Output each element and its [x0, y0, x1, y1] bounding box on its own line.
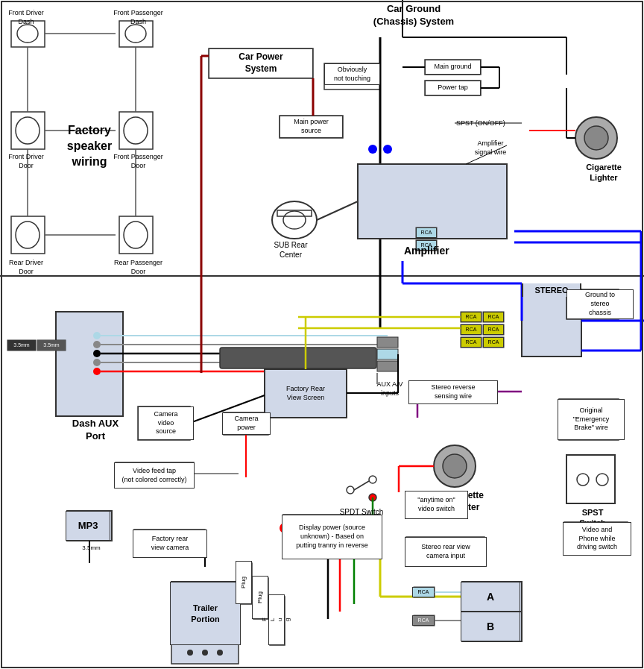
rca-stereo-2: RCA [461, 324, 482, 335]
video-phone-switch: Video andPhone whiledriving switch [563, 522, 631, 556]
stereo-reverse-sensing: Stereo reversesensing wire [408, 380, 498, 404]
front-driver-door: Front DriverDoor [4, 151, 48, 172]
anytime-on-video: "anytime on"video switch [405, 491, 468, 519]
rca-stereo-6: RCA [483, 337, 504, 348]
rca-stereo-1: RCA [461, 312, 482, 322]
svg-point-19 [383, 145, 392, 154]
svg-point-145 [187, 650, 193, 656]
3-5mm-left: 3.5mm [7, 340, 36, 351]
mp3-label: MP3 [66, 511, 110, 541]
section-b: B [461, 612, 520, 641]
svg-rect-83 [377, 349, 398, 359]
plug-c: FLug [268, 594, 285, 645]
front-driver-dash: Front DriverDash [4, 7, 48, 28]
plug-b: Plug [252, 576, 268, 619]
stereo-rear-view: Stereo rear viewcamera input [405, 537, 487, 567]
svg-point-147 [217, 650, 223, 656]
car-power-system: Car PowerSystem [209, 48, 313, 78]
factory-rear-view-camera: Factory rearview camera [133, 530, 207, 558]
rca-stereo-4: RCA [483, 312, 504, 322]
svg-point-146 [202, 650, 208, 656]
display-power: Display power (sourceunknown) - Based on… [282, 515, 382, 559]
rca-bottom-2: RCA [412, 615, 435, 626]
main-power-source: Main powersource [280, 116, 343, 138]
factory-rear-view-screen: Factory RearView Screen [265, 369, 347, 418]
car-ground-title: Car Ground(Chassis) System [365, 3, 462, 28]
front-passenger-dash: Front PassengerDash [110, 7, 166, 28]
3-5mm-right: 3.5mm [37, 340, 66, 351]
trailer-portion: TrailerPortion [170, 582, 241, 645]
3-5mm-mp3: 3.5mm [75, 543, 108, 553]
svg-rect-84 [377, 361, 398, 371]
svg-rect-81 [220, 348, 376, 368]
spst-on-off: SPST (ON/OFF) [453, 118, 508, 130]
diagram-container: Car Ground(Chassis) System Car PowerSyst… [0, 0, 644, 669]
main-ground: Main ground [425, 60, 481, 75]
rca-amp-1: RCA [416, 227, 437, 238]
section-a: A [461, 582, 520, 612]
svg-point-52 [584, 126, 608, 150]
power-tap: Power tap [425, 81, 481, 95]
svg-point-18 [368, 145, 377, 154]
front-passenger-door: Front PassengerDoor [110, 151, 166, 172]
dash-aux-port: Dash AUXPort [62, 416, 129, 445]
amplifier-label: Amplifier [401, 242, 452, 259]
svg-point-71 [93, 332, 101, 339]
cigarette-lighter-top: CigaretteLighter [574, 160, 634, 185]
amplifier-signal-wire: Amplifiersignal wire [453, 138, 528, 158]
svg-point-75 [93, 368, 101, 375]
rear-passenger-door: Rear PassengerDoor [110, 257, 166, 277]
svg-point-73 [93, 350, 101, 357]
svg-rect-68 [56, 312, 123, 416]
obviously-not-touching: Obviouslynot touching [324, 63, 380, 85]
original-emergency-brake: Original"EmergencyBrake" wire [558, 399, 625, 440]
plug-a: Plug [236, 561, 252, 604]
svg-point-72 [93, 341, 101, 348]
rear-driver-door: Rear DriverDoor [4, 257, 48, 277]
svg-point-94 [443, 454, 467, 478]
rca-stereo-3: RCA [461, 337, 482, 348]
video-feed-tap: Video feed tap(not colored correctly) [114, 462, 195, 489]
camera-power: Camerapower [222, 412, 271, 435]
rca-stereo-5: RCA [483, 324, 504, 335]
rca-bottom-1: RCA [412, 587, 435, 597]
camera-video-source: Cameravideosource [138, 406, 194, 440]
svg-rect-82 [377, 337, 398, 348]
svg-point-74 [93, 359, 101, 366]
sub-rear-center: SUB RearCenter [261, 239, 321, 261]
ground-to-stereo: Ground tostereochassis [566, 289, 634, 319]
